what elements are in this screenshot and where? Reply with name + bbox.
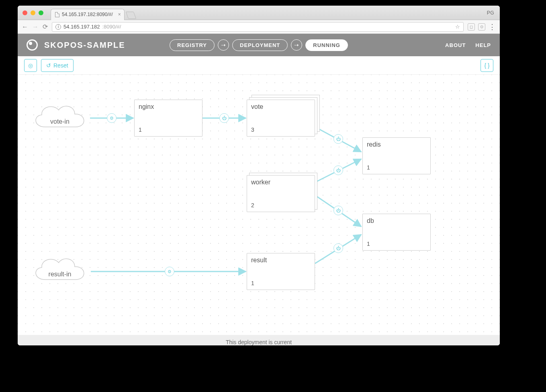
node-replicas: 1 xyxy=(139,127,198,133)
power-icon[interactable]: ⏻ xyxy=(219,113,229,123)
app-header: SKOPOS-SAMPLE REGISTRY ➝ DEPLOYMENT ➝ RU… xyxy=(18,34,500,56)
running-button[interactable]: RUNNING xyxy=(305,39,348,51)
stage-arrow-icon-2: ➝ xyxy=(291,39,302,51)
auto-layout-button[interactable]: ◎ xyxy=(24,59,37,72)
topology-canvas[interactable]: ⚙ ⏻ ⏻ ⏻ ⏻ ⏻ ⚙ vote-in result-in nginx 1 … xyxy=(18,75,500,335)
node-name: nginx xyxy=(139,103,198,110)
address-input[interactable]: i 54.165.197.182:8090/#/ ☆ xyxy=(52,22,464,32)
steering-wheel-icon: ◎ xyxy=(28,62,33,69)
gear-icon[interactable]: ⚙ xyxy=(107,113,117,123)
forward-button[interactable]: → xyxy=(32,23,39,31)
node-name: worker xyxy=(251,179,311,186)
node-db[interactable]: db 1 xyxy=(362,214,431,251)
node-name: result xyxy=(251,257,311,264)
minimize-window-icon[interactable] xyxy=(31,10,35,15)
braces-icon: { } xyxy=(484,62,489,69)
app-logo-icon xyxy=(27,39,38,51)
reset-label: Reset xyxy=(53,62,68,69)
about-link[interactable]: ABOUT xyxy=(445,42,466,48)
status-message: This deployment is current xyxy=(226,339,292,345)
window-controls xyxy=(22,10,43,15)
node-replicas: 2 xyxy=(251,202,311,208)
site-info-icon[interactable]: i xyxy=(55,24,61,30)
gateway-label: result-in xyxy=(30,271,90,278)
reload-button[interactable]: ⟳ xyxy=(43,23,48,31)
gear-icon[interactable]: ⚙ xyxy=(165,267,174,276)
back-button[interactable]: ← xyxy=(22,23,28,31)
node-replicas: 1 xyxy=(367,164,426,171)
power-icon[interactable]: ⏻ xyxy=(333,243,343,253)
view-json-button[interactable]: { } xyxy=(481,59,493,72)
header-right: ABOUT HELP xyxy=(445,42,491,48)
page-icon xyxy=(55,12,59,17)
new-tab-button[interactable] xyxy=(126,12,137,19)
node-replicas: 1 xyxy=(367,241,426,247)
node-replicas: 1 xyxy=(251,280,311,286)
node-name: redis xyxy=(367,141,426,148)
power-icon[interactable]: ⏻ xyxy=(333,206,343,215)
tab-title: 54.165.197.182:8090/#/ xyxy=(62,12,113,17)
undo-icon: ↺ xyxy=(46,62,51,69)
status-bar: This deployment is current xyxy=(18,335,500,345)
gateway-result-in[interactable]: result-in xyxy=(30,251,90,286)
bookmark-star-icon[interactable]: ☆ xyxy=(455,24,460,30)
url-port-path: :8090/#/ xyxy=(102,24,121,30)
extension-icon-2[interactable]: ⊙ xyxy=(478,23,485,31)
registry-button[interactable]: REGISTRY xyxy=(170,39,215,51)
node-name: db xyxy=(367,217,426,225)
close-tab-icon[interactable]: × xyxy=(118,12,121,17)
profile-badge[interactable]: PG xyxy=(487,10,494,16)
reset-button[interactable]: ↺ Reset xyxy=(41,59,74,72)
deployment-button[interactable]: DEPLOYMENT xyxy=(232,39,288,51)
toolbar: ◎ ↺ Reset { } xyxy=(18,56,500,75)
node-worker[interactable]: worker 2 xyxy=(247,175,315,212)
maximize-window-icon[interactable] xyxy=(39,10,43,15)
stage-nav: REGISTRY ➝ DEPLOYMENT ➝ RUNNING xyxy=(170,39,348,51)
gateway-vote-in[interactable]: vote-in xyxy=(30,98,90,133)
power-icon[interactable]: ⏻ xyxy=(333,165,343,175)
browser-window: 54.165.197.182:8090/#/ × PG ← → ⟳ i 54.1… xyxy=(18,6,500,345)
extension-icon[interactable]: ◻ xyxy=(468,23,475,31)
power-icon[interactable]: ⏻ xyxy=(333,134,343,144)
stage-arrow-icon: ➝ xyxy=(218,39,229,51)
extensions: ◻ ⊙ ⋮ xyxy=(468,22,496,31)
registry-label: REGISTRY xyxy=(177,42,207,48)
gateway-label: vote-in xyxy=(30,118,90,125)
titlebar: 54.165.197.182:8090/#/ × PG xyxy=(18,6,500,20)
node-name: vote xyxy=(251,103,311,110)
node-result[interactable]: result 1 xyxy=(247,253,315,290)
url-host: 54.165.197.182 xyxy=(63,24,100,30)
node-redis[interactable]: redis 1 xyxy=(362,137,431,174)
chrome-menu-icon[interactable]: ⋮ xyxy=(489,22,496,31)
help-link[interactable]: HELP xyxy=(475,42,491,48)
app-title: SKOPOS-SAMPLE xyxy=(44,41,125,50)
close-window-icon[interactable] xyxy=(22,10,27,15)
url-bar: ← → ⟳ i 54.165.197.182:8090/#/ ☆ ◻ ⊙ ⋮ xyxy=(18,20,500,34)
deployment-label: DEPLOYMENT xyxy=(240,42,280,48)
browser-tab[interactable]: 54.165.197.182:8090/#/ × xyxy=(51,9,125,20)
node-nginx[interactable]: nginx 1 xyxy=(134,100,202,137)
node-replicas: 3 xyxy=(251,127,311,133)
running-label: RUNNING xyxy=(313,42,340,48)
node-vote[interactable]: vote 3 xyxy=(247,100,315,137)
